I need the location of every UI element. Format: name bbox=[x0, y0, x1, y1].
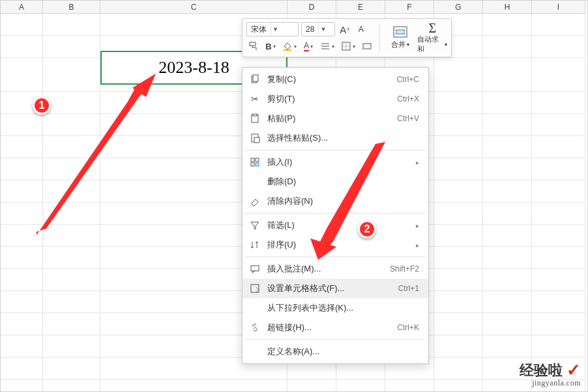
column-header-a[interactable]: A bbox=[1, 1, 43, 14]
cell[interactable] bbox=[434, 92, 483, 114]
cell[interactable] bbox=[532, 14, 585, 36]
cell[interactable] bbox=[43, 58, 100, 92]
fill-color-button[interactable]: ▾ bbox=[280, 39, 299, 53]
font-name-combo[interactable]: 宋体 ▼ bbox=[246, 22, 299, 36]
cell[interactable] bbox=[43, 36, 100, 58]
cell[interactable] bbox=[1, 114, 43, 136]
cell[interactable] bbox=[483, 114, 532, 136]
cell[interactable] bbox=[532, 114, 585, 136]
cell[interactable] bbox=[1, 335, 43, 357]
cell[interactable] bbox=[532, 269, 585, 291]
menu-paste-special[interactable]: 选择性粘贴(S)... bbox=[243, 128, 428, 148]
cell[interactable] bbox=[43, 136, 100, 158]
cell[interactable] bbox=[434, 225, 483, 247]
cell[interactable] bbox=[336, 380, 385, 392]
cell[interactable] bbox=[1, 203, 43, 225]
increase-font-button[interactable]: A+ bbox=[338, 22, 352, 36]
menu-insert[interactable]: 插入(I) ▸ bbox=[243, 152, 428, 172]
cell[interactable] bbox=[483, 313, 532, 335]
cell[interactable] bbox=[100, 380, 287, 392]
cell[interactable] bbox=[43, 247, 100, 269]
borders-button[interactable]: ▾ bbox=[339, 39, 357, 53]
cell[interactable] bbox=[483, 225, 532, 247]
cell[interactable] bbox=[532, 58, 585, 92]
cell[interactable] bbox=[43, 380, 100, 392]
cell[interactable] bbox=[483, 247, 532, 269]
cell[interactable] bbox=[1, 180, 43, 203]
cell[interactable] bbox=[1, 158, 43, 180]
cell[interactable] bbox=[434, 180, 483, 203]
menu-delete[interactable]: 删除(D) bbox=[243, 172, 428, 191]
cell[interactable] bbox=[483, 158, 532, 180]
font-color-button[interactable]: A▾ bbox=[301, 39, 316, 53]
menu-filter[interactable]: 筛选(L) ▸ bbox=[243, 216, 428, 235]
cell[interactable] bbox=[483, 92, 532, 114]
cell[interactable] bbox=[434, 380, 483, 392]
cell[interactable] bbox=[434, 269, 483, 291]
cell[interactable] bbox=[434, 291, 483, 313]
cell[interactable] bbox=[385, 380, 434, 392]
column-header-b[interactable]: B bbox=[43, 1, 100, 14]
decrease-font-button[interactable]: A- bbox=[355, 22, 369, 36]
cell[interactable] bbox=[483, 203, 532, 225]
column-header-d[interactable]: D bbox=[287, 1, 336, 14]
cell[interactable] bbox=[43, 291, 100, 313]
merge-cells-button[interactable]: 合并▾ bbox=[385, 23, 415, 53]
cell[interactable] bbox=[532, 92, 585, 114]
cell[interactable] bbox=[43, 114, 100, 136]
cell[interactable] bbox=[483, 14, 532, 36]
cell[interactable] bbox=[1, 36, 43, 58]
cell[interactable] bbox=[434, 357, 483, 380]
cell[interactable] bbox=[1, 313, 43, 335]
cell[interactable] bbox=[434, 203, 483, 225]
merge-small-button[interactable] bbox=[360, 39, 374, 53]
cell[interactable] bbox=[532, 203, 585, 225]
cell[interactable] bbox=[532, 291, 585, 313]
font-size-combo[interactable]: 28 ▼ bbox=[301, 22, 335, 36]
cell[interactable] bbox=[1, 58, 43, 92]
cell[interactable] bbox=[43, 203, 100, 225]
menu-format-cells[interactable]: 设置单元格格式(F)... Ctrl+1 bbox=[243, 279, 428, 298]
cell[interactable] bbox=[483, 269, 532, 291]
cell[interactable] bbox=[1, 136, 43, 158]
cell[interactable] bbox=[434, 247, 483, 269]
format-painter-button[interactable] bbox=[246, 39, 261, 53]
menu-hyperlink[interactable]: 超链接(H)... Ctrl+K bbox=[243, 318, 428, 337]
cell[interactable] bbox=[532, 225, 585, 247]
cell[interactable] bbox=[1, 380, 43, 392]
cell[interactable] bbox=[434, 58, 483, 92]
column-header-h[interactable]: H bbox=[483, 1, 532, 14]
cell[interactable] bbox=[1, 291, 43, 313]
menu-paste[interactable]: 粘贴(P) Ctrl+V bbox=[243, 109, 428, 128]
cell[interactable] bbox=[532, 136, 585, 158]
cell[interactable] bbox=[434, 114, 483, 136]
menu-sort[interactable]: 排序(U) ▸ bbox=[243, 235, 428, 255]
cell[interactable] bbox=[43, 313, 100, 335]
cell[interactable] bbox=[43, 357, 100, 380]
cell[interactable] bbox=[532, 180, 585, 203]
menu-clear[interactable]: 清除内容(N) bbox=[243, 191, 428, 211]
column-header-g[interactable]: G bbox=[434, 1, 483, 14]
align-button[interactable]: ▾ bbox=[318, 39, 336, 53]
menu-cut[interactable]: ✂ 剪切(T) Ctrl+X bbox=[243, 89, 428, 109]
cell[interactable] bbox=[43, 335, 100, 357]
cell[interactable] bbox=[483, 36, 532, 58]
cell[interactable] bbox=[1, 225, 43, 247]
column-header-i[interactable]: I bbox=[532, 1, 585, 14]
autosum-button[interactable]: Σ 自动求和▾ bbox=[417, 23, 447, 53]
menu-copy[interactable]: 复制(C) Ctrl+C bbox=[243, 70, 428, 89]
cell[interactable] bbox=[43, 14, 100, 36]
menu-pick-from-list[interactable]: 从下拉列表中选择(K)... bbox=[243, 298, 428, 318]
column-header-e[interactable]: E bbox=[336, 1, 385, 14]
menu-define-name[interactable]: 定义名称(A)... bbox=[243, 342, 428, 361]
cell[interactable] bbox=[1, 357, 43, 380]
cell[interactable] bbox=[43, 269, 100, 291]
cell[interactable] bbox=[532, 247, 585, 269]
cell[interactable] bbox=[1, 247, 43, 269]
cell[interactable] bbox=[483, 58, 532, 92]
cell[interactable] bbox=[43, 92, 100, 114]
cell[interactable] bbox=[1, 269, 43, 291]
cell[interactable] bbox=[434, 136, 483, 158]
column-header-c[interactable]: C bbox=[100, 1, 287, 14]
cell[interactable] bbox=[287, 380, 336, 392]
